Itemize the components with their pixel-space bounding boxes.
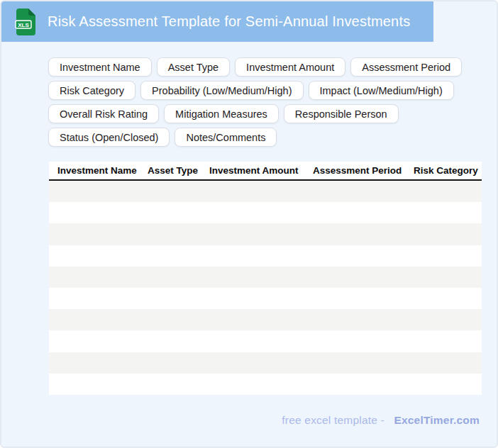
table-header-row: Investment Name Asset Type Investment Am… bbox=[49, 162, 482, 181]
table-row bbox=[49, 309, 482, 330]
table-row bbox=[49, 223, 482, 245]
table-row bbox=[49, 352, 482, 374]
field-chip-risk-category: Risk Category bbox=[48, 81, 135, 100]
table-row bbox=[49, 330, 482, 352]
table-row bbox=[49, 245, 482, 267]
table-row bbox=[49, 288, 482, 309]
page-title: Risk Assessment Template for Semi-Annual… bbox=[48, 13, 410, 30]
chip-row: Risk Category Probability (Low/Medium/Hi… bbox=[48, 81, 474, 100]
field-chip-probability: Probability (Low/Medium/High) bbox=[140, 81, 303, 100]
footer-brand-link[interactable]: ExcelTimer.com bbox=[394, 414, 480, 426]
table-row bbox=[49, 267, 482, 288]
field-chip-responsible-person: Responsible Person bbox=[284, 104, 399, 123]
spreadsheet-preview: Investment Name Asset Type Investment Am… bbox=[49, 162, 482, 395]
footer-tagline: free excel template - bbox=[282, 414, 384, 426]
page: XLS Risk Assessment Template for Semi-An… bbox=[0, 0, 498, 448]
footer: free excel template - ExcelTimer.com bbox=[282, 414, 480, 427]
field-chip-list: Investment Name Asset Type Investment Am… bbox=[48, 57, 474, 147]
table-body bbox=[49, 181, 482, 395]
chip-row: Overall Risk Rating Mitigation Measures … bbox=[48, 104, 474, 123]
column-header-assessment-period: Assessment Period bbox=[304, 165, 405, 176]
table-row bbox=[49, 202, 482, 223]
xls-file-icon: XLS bbox=[15, 9, 35, 35]
chip-row: Status (Open/Closed) Notes/Comments bbox=[48, 128, 474, 147]
header-bar: XLS Risk Assessment Template for Semi-An… bbox=[1, 1, 433, 42]
column-header-investment-name: Investment Name bbox=[49, 165, 139, 176]
column-header-asset-type: Asset Type bbox=[139, 165, 201, 176]
field-chip-overall-risk-rating: Overall Risk Rating bbox=[48, 104, 159, 123]
field-chip-investment-name: Investment Name bbox=[48, 57, 152, 77]
table-row bbox=[49, 374, 482, 395]
column-header-investment-amount: Investment Amount bbox=[201, 165, 304, 176]
xls-icon-label: XLS bbox=[18, 21, 29, 28]
field-chip-assessment-period: Assessment Period bbox=[350, 57, 462, 77]
chip-row: Investment Name Asset Type Investment Am… bbox=[48, 57, 474, 77]
field-chip-investment-amount: Investment Amount bbox=[235, 57, 345, 77]
column-header-risk-category: Risk Category bbox=[405, 165, 482, 176]
field-chip-status: Status (Open/Closed) bbox=[48, 128, 170, 147]
table-row bbox=[49, 181, 482, 202]
field-chip-mitigation-measures: Mitigation Measures bbox=[164, 104, 279, 123]
field-chip-asset-type: Asset Type bbox=[157, 57, 230, 77]
field-chip-notes-comments: Notes/Comments bbox=[175, 128, 277, 147]
field-chip-impact: Impact (Low/Medium/High) bbox=[309, 81, 454, 100]
